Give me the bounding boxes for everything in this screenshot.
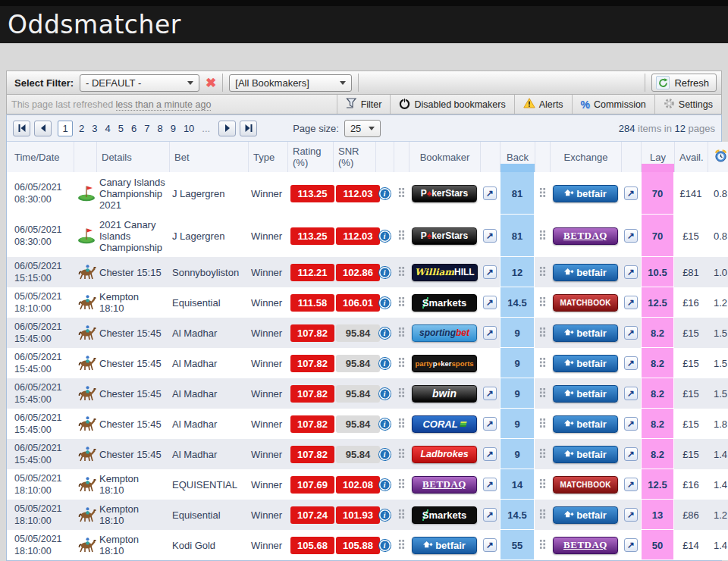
external-link-icon[interactable]: ↗ <box>624 447 638 461</box>
col-header-type[interactable]: Type <box>248 142 287 172</box>
info-icon[interactable]: i <box>379 358 391 369</box>
bookmaker-logo-sportingbet[interactable]: sportingbet <box>412 324 477 342</box>
drag-handle-icon[interactable] <box>398 327 405 337</box>
external-link-icon[interactable]: ↗ <box>624 186 638 200</box>
page-link-8[interactable]: 8 <box>153 123 166 134</box>
external-link-icon[interactable]: ↗ <box>483 478 497 491</box>
exchange-logo-betfair[interactable]: betfair <box>553 415 618 433</box>
drag-handle-icon[interactable] <box>398 357 405 368</box>
refreshed-ago-link[interactable]: less than a minute ago <box>116 99 212 111</box>
external-link-icon[interactable]: ↗ <box>624 229 638 243</box>
drag-handle-icon[interactable] <box>398 478 405 489</box>
bookmaker-logo-coral[interactable]: CORAL <box>412 415 477 433</box>
bookmakers-dropdown[interactable]: [All Bookmakers] <box>229 74 352 92</box>
exchange-logo-betdaq[interactable]: BETDAQ <box>553 537 618 554</box>
external-link-icon[interactable]: ↗ <box>483 296 497 309</box>
settings-action[interactable]: Settings <box>654 95 721 114</box>
alerts-action[interactable]: Alerts <box>514 95 572 114</box>
info-icon[interactable]: i <box>379 479 391 490</box>
page-ellipsis[interactable]: ... <box>198 123 214 134</box>
last-page-button[interactable] <box>240 121 257 136</box>
exchange-logo-matchbook[interactable]: MATCHBOOK <box>553 294 618 312</box>
clear-filter-icon[interactable]: ✖ <box>206 77 216 89</box>
external-link-icon[interactable]: ↗ <box>624 296 638 309</box>
external-link-icon[interactable]: ↗ <box>624 508 638 522</box>
exchange-logo-betfair[interactable]: betfair <box>553 355 618 372</box>
commission-action[interactable]: %Commission <box>572 95 654 114</box>
info-icon[interactable]: i <box>379 267 391 278</box>
page-link-10[interactable]: 10 <box>180 123 198 134</box>
current-page[interactable]: 1 <box>58 121 73 136</box>
drag-handle-icon[interactable] <box>539 357 546 368</box>
external-link-icon[interactable]: ↗ <box>483 265 497 279</box>
drag-handle-icon[interactable] <box>539 266 546 277</box>
col-header-exchange[interactable]: Exchange <box>550 142 621 172</box>
page-link-3[interactable]: 3 <box>88 123 101 134</box>
exchange-logo-betfair[interactable]: betfair <box>553 446 618 463</box>
bookmaker-logo-ladbrokes[interactable]: Ladbrokes <box>412 446 477 463</box>
drag-handle-icon[interactable] <box>398 387 405 398</box>
external-link-icon[interactable]: ↗ <box>624 326 638 340</box>
bookmaker-logo-smarkets[interactable]: Smarkets <box>412 506 477 524</box>
prev-page-button[interactable] <box>34 121 52 136</box>
info-icon[interactable]: i <box>379 509 391 521</box>
drag-handle-icon[interactable] <box>398 448 405 459</box>
info-icon[interactable]: i <box>379 388 391 400</box>
page-link-6[interactable]: 6 <box>127 123 140 134</box>
bookmaker-logo-betfair[interactable]: betfair <box>412 537 477 554</box>
info-icon[interactable]: i <box>379 297 391 309</box>
info-icon[interactable]: i <box>379 418 391 430</box>
drag-handle-icon[interactable] <box>398 418 405 428</box>
alarm-clock-icon[interactable] <box>714 154 728 165</box>
exchange-logo-betdaq[interactable]: BETDAQ <box>553 227 618 245</box>
col-header-details[interactable]: Details <box>96 142 169 172</box>
info-icon[interactable]: i <box>379 328 391 339</box>
drag-handle-icon[interactable] <box>539 478 546 489</box>
drag-handle-icon[interactable] <box>539 509 546 519</box>
bookmaker-logo-smarkets[interactable]: Smarkets <box>412 294 477 312</box>
external-link-icon[interactable]: ↗ <box>624 538 638 552</box>
exchange-logo-betfair[interactable]: betfair <box>553 324 618 342</box>
drag-handle-icon[interactable] <box>398 230 405 240</box>
col-header-avail[interactable]: Avail. <box>674 142 708 172</box>
filter-action[interactable]: Filter <box>337 95 391 114</box>
drag-handle-icon[interactable] <box>539 448 546 459</box>
page-link-7[interactable]: 7 <box>140 123 153 134</box>
drag-handle-icon[interactable] <box>539 187 546 198</box>
bookmaker-logo-pokerstars[interactable]: P♠kerStars <box>412 227 477 245</box>
external-link-icon[interactable]: ↗ <box>483 229 497 243</box>
page-link-5[interactable]: 5 <box>115 123 127 134</box>
external-link-icon[interactable]: ↗ <box>483 417 497 431</box>
bookmaker-logo-williamhill[interactable]: WilliamHILL <box>412 264 478 281</box>
next-page-button[interactable] <box>218 121 236 136</box>
external-link-icon[interactable]: ↗ <box>483 447 497 461</box>
external-link-icon[interactable]: ↗ <box>483 538 497 552</box>
exchange-logo-betfair[interactable]: betfair <box>553 506 618 524</box>
refresh-button[interactable]: Refresh <box>651 74 717 92</box>
external-link-icon[interactable]: ↗ <box>624 478 638 491</box>
info-icon[interactable]: i <box>379 540 391 551</box>
page-link-9[interactable]: 9 <box>167 123 180 134</box>
drag-handle-icon[interactable] <box>539 230 546 240</box>
col-header-bet[interactable]: Bet <box>169 142 248 172</box>
first-page-button[interactable] <box>13 121 30 136</box>
drag-handle-icon[interactable] <box>398 509 405 519</box>
drag-handle-icon[interactable] <box>398 539 405 550</box>
external-link-icon[interactable]: ↗ <box>483 508 497 522</box>
exchange-logo-betfair[interactable]: betfair <box>553 264 618 281</box>
drag-handle-icon[interactable] <box>539 418 546 428</box>
col-header-time[interactable]: Time/Date <box>7 142 74 172</box>
bookmaker-logo-partypoker[interactable]: partyp♦kersports <box>412 355 477 372</box>
drag-handle-icon[interactable] <box>398 266 405 277</box>
info-icon[interactable]: i <box>379 230 391 242</box>
drag-handle-icon[interactable] <box>539 387 546 398</box>
page-link-2[interactable]: 2 <box>75 123 88 134</box>
page-size-dropdown[interactable]: 25 <box>344 120 381 137</box>
bookmaker-logo-pokerstars[interactable]: P♠kerStars <box>412 185 477 202</box>
info-icon[interactable]: i <box>379 449 391 460</box>
external-link-icon[interactable]: ↗ <box>483 387 497 400</box>
drag-handle-icon[interactable] <box>398 187 405 198</box>
external-link-icon[interactable]: ↗ <box>483 326 497 340</box>
disabled-bookmakers-action[interactable]: Disabled bookmakers <box>390 95 513 114</box>
col-header-rating[interactable]: Rating(%) <box>287 142 333 172</box>
